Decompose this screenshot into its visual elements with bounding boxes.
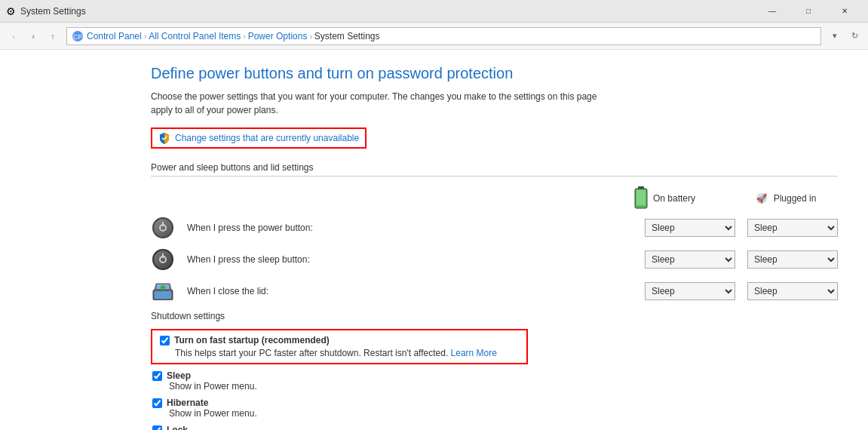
lid-label: When I close the lid: bbox=[187, 286, 633, 296]
change-settings-link[interactable]: Change settings that are currently unava… bbox=[151, 127, 367, 149]
power-buttons-section-title: Power and sleep buttons and lid settings bbox=[151, 162, 838, 177]
hibernate-option-desc: Show in Power menu. bbox=[152, 408, 838, 419]
on-battery-label: On battery bbox=[653, 193, 695, 204]
address-icon: CP bbox=[72, 30, 84, 42]
close-button[interactable]: ✕ bbox=[827, 4, 862, 19]
sleep-battery-select[interactable]: Sleep Do nothing Hibernate Shut down bbox=[645, 250, 735, 269]
sleep-button-icon bbox=[151, 247, 175, 272]
breadcrumb-power-options[interactable]: Power Options bbox=[248, 31, 308, 41]
svg-rect-8 bbox=[155, 291, 171, 299]
power-plugged-select[interactable]: Sleep Do nothing Hibernate Shut down bbox=[747, 219, 838, 237]
title-bar-icon: ⚙ bbox=[6, 5, 16, 17]
back-button[interactable]: ‹ bbox=[5, 27, 23, 45]
svg-text:CP: CP bbox=[73, 33, 83, 41]
lid-battery-select[interactable]: Sleep Do nothing Hibernate Shut down bbox=[645, 282, 735, 300]
fast-startup-description: This helps start your PC faster after sh… bbox=[160, 348, 519, 358]
lid-icon bbox=[151, 279, 175, 303]
sleep-plugged-select[interactable]: Sleep Do nothing Hibernate Shut down bbox=[747, 250, 838, 269]
forward-button[interactable]: › bbox=[24, 27, 42, 45]
on-battery-header: On battery bbox=[619, 187, 710, 210]
plugged-in-header: 🚀 Plugged in bbox=[740, 187, 830, 210]
main-content: Define power buttons and turn on passwor… bbox=[0, 50, 868, 430]
fast-startup-row: Turn on fast startup (recommended) bbox=[160, 335, 519, 346]
dropdown-button[interactable]: ▾ bbox=[826, 27, 844, 45]
breadcrumb: Control Panel › All Control Panel Items … bbox=[87, 31, 380, 41]
refresh-button[interactable]: ↻ bbox=[845, 27, 863, 45]
power-table-header: On battery 🚀 Plugged in bbox=[151, 187, 838, 210]
sleep-button-row: When I press the sleep button: Sleep Do … bbox=[151, 247, 838, 272]
power-button-icon bbox=[151, 216, 175, 240]
shutdown-section-title: Shutdown settings bbox=[151, 311, 838, 321]
fast-startup-box: Turn on fast startup (recommended) This … bbox=[151, 329, 528, 364]
battery-icon bbox=[633, 187, 649, 210]
lock-option: Lock Show in account picture menu. bbox=[151, 425, 838, 430]
lid-selects: Sleep Do nothing Hibernate Shut down Sle… bbox=[645, 282, 838, 300]
sleep-option: Sleep Show in Power menu. bbox=[151, 370, 838, 392]
fast-startup-checkbox[interactable] bbox=[160, 336, 170, 346]
maximize-button[interactable]: □ bbox=[791, 4, 826, 19]
power-button-selects: Sleep Do nothing Hibernate Shut down Sle… bbox=[645, 219, 838, 237]
breadcrumb-all-items[interactable]: All Control Panel Items bbox=[149, 31, 241, 41]
address-bar: CP Control Panel › All Control Panel Ite… bbox=[66, 27, 821, 45]
svg-rect-4 bbox=[636, 190, 646, 205]
power-button-row: When I press the power button: Sleep Do … bbox=[151, 216, 838, 240]
breadcrumb-current: System Settings bbox=[314, 31, 380, 41]
pluggedin-icon: 🚀 bbox=[754, 187, 769, 210]
sleep-button-selects: Sleep Do nothing Hibernate Shut down Sle… bbox=[645, 250, 838, 269]
sleep-option-desc: Show in Power menu. bbox=[152, 381, 838, 392]
hibernate-option: Hibernate Show in Power menu. bbox=[151, 398, 838, 419]
sleep-option-label[interactable]: Sleep bbox=[167, 370, 191, 381]
lock-option-label[interactable]: Lock bbox=[167, 425, 188, 430]
shield-icon bbox=[158, 132, 170, 144]
page-title: Define power buttons and turn on passwor… bbox=[151, 65, 838, 82]
plugged-in-label: Plugged in bbox=[774, 193, 817, 204]
hibernate-option-label[interactable]: Hibernate bbox=[167, 398, 208, 408]
change-settings-text[interactable]: Change settings that are currently unava… bbox=[175, 133, 359, 143]
shutdown-section: Shutdown settings Turn on fast startup (… bbox=[151, 311, 838, 430]
breadcrumb-control-panel[interactable]: Control Panel bbox=[87, 31, 142, 41]
lid-row: When I close the lid: Sleep Do nothing H… bbox=[151, 279, 838, 303]
title-bar-title: System Settings bbox=[20, 6, 86, 17]
fast-startup-label[interactable]: Turn on fast startup (recommended) bbox=[174, 335, 330, 346]
sleep-button-label: When I press the sleep button: bbox=[187, 254, 633, 265]
lock-checkbox[interactable] bbox=[152, 425, 162, 431]
sleep-checkbox[interactable] bbox=[152, 371, 162, 381]
nav-bar: ‹ › ↑ CP Control Panel › All Control Pan… bbox=[0, 23, 868, 50]
learn-more-link[interactable]: Learn More bbox=[451, 348, 497, 358]
svg-text:🚀: 🚀 bbox=[756, 193, 768, 204]
lid-plugged-select[interactable]: Sleep Do nothing Hibernate Shut down bbox=[747, 282, 838, 300]
title-bar-controls: — □ ✕ bbox=[755, 4, 862, 19]
page-description: Choose the power settings that you want … bbox=[151, 90, 603, 117]
power-battery-select[interactable]: Sleep Do nothing Hibernate Shut down bbox=[645, 219, 735, 237]
power-button-label: When I press the power button: bbox=[187, 223, 633, 233]
up-button[interactable]: ↑ bbox=[44, 27, 62, 45]
minimize-button[interactable]: — bbox=[755, 4, 790, 19]
title-bar: ⚙ System Settings — □ ✕ bbox=[0, 0, 868, 23]
hibernate-checkbox[interactable] bbox=[152, 398, 162, 408]
